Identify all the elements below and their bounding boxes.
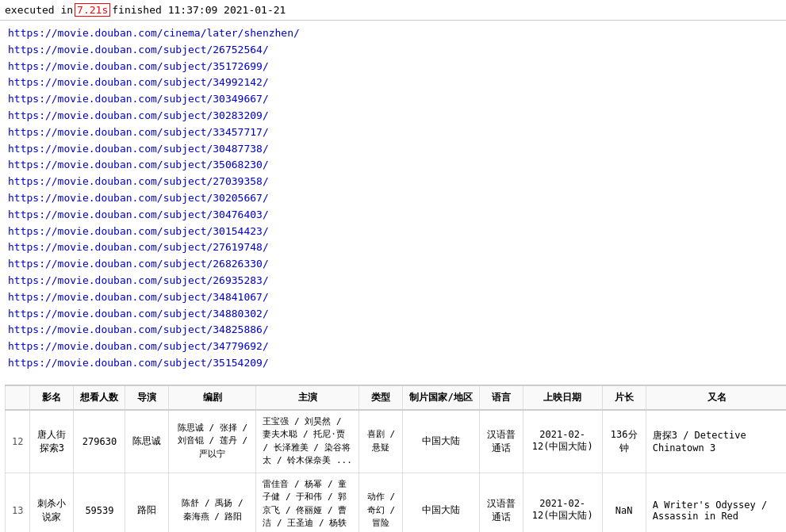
row-release: 2021-02-12(中国大陆): [523, 410, 602, 473]
executed-label: executed in: [5, 4, 73, 16]
row-country: 中国大陆: [403, 473, 479, 532]
time-value: 7.21s: [75, 3, 110, 17]
row-genre: 动作 / 奇幻 / 冒险: [359, 473, 403, 532]
link-item[interactable]: https://movie.douban.com/subject/3047640…: [8, 207, 778, 224]
row-country: 中国大陆: [403, 410, 479, 473]
table-row: 13刺杀小说家59539路阳陈舒 / 禹扬 / 秦海燕 / 路阳雷佳音 / 杨幂…: [6, 473, 787, 532]
row-release: 2021-02-12(中国大陆): [523, 473, 602, 532]
col-header-index: [6, 385, 30, 410]
table-header-row: 影名 想看人数 导演 编剧 主演 类型 制片国家/地区 语言 上映日期 片长 又…: [6, 385, 787, 410]
row-screenplay: 陈思诚 / 张择 / 刘音锟 / 莲丹 / 严以宁: [169, 410, 256, 473]
link-item[interactable]: https://movie.douban.com/subject/3482588…: [8, 322, 778, 339]
link-item[interactable]: https://movie.douban.com/subject/3506823…: [8, 157, 778, 174]
table-row: 12唐人街探索3279630陈思诚陈思诚 / 张择 / 刘音锟 / 莲丹 / 严…: [6, 410, 787, 473]
link-item[interactable]: https://movie.douban.com/subject/3488030…: [8, 306, 778, 323]
row-filmname: 刺杀小说家: [30, 473, 74, 532]
link-item[interactable]: https://movie.douban.com/subject/3028320…: [8, 108, 778, 124]
link-item[interactable]: https://movie.douban.com/cinema/later/sh…: [8, 25, 778, 42]
row-cast: 雷佳音 / 杨幂 / 童子健 / 于和伟 / 郭京飞 / 佟丽娅 / 曹洁 / …: [256, 473, 359, 532]
row-wantwatch: 59539: [74, 473, 125, 532]
links-area: https://movie.douban.com/cinema/later/sh…: [0, 21, 786, 377]
col-header-director: 导演: [125, 385, 169, 410]
col-header-length: 片长: [602, 385, 646, 410]
results-table: 影名 想看人数 导演 编剧 主演 类型 制片国家/地区 语言 上映日期 片长 又…: [5, 385, 786, 532]
row-altname: A Writer's Odyssey / Assassin in Red: [646, 473, 786, 532]
col-header-genre: 类型: [359, 385, 403, 410]
link-item[interactable]: https://movie.douban.com/subject/3048773…: [8, 141, 778, 158]
col-header-language: 语言: [479, 385, 523, 410]
row-director: 陈思诚: [125, 410, 169, 473]
finished-label: finished 11:37:09 2021-01-21: [112, 4, 286, 16]
row-director: 路阳: [125, 473, 169, 532]
link-item[interactable]: https://movie.douban.com/subject/3477969…: [8, 339, 778, 355]
link-item[interactable]: https://movie.douban.com/subject/2693528…: [8, 273, 778, 289]
row-index: 12: [6, 410, 30, 473]
row-language: 汉语普通话: [479, 410, 523, 473]
row-screenplay: 陈舒 / 禹扬 / 秦海燕 / 路阳: [169, 473, 256, 532]
col-header-country: 制片国家/地区: [403, 385, 479, 410]
link-item[interactable]: https://movie.douban.com/subject/2675256…: [8, 42, 778, 59]
link-item[interactable]: https://movie.douban.com/subject/2761974…: [8, 239, 778, 256]
col-header-altname: 又名: [646, 385, 786, 410]
link-item[interactable]: https://movie.douban.com/subject/3020566…: [8, 190, 778, 207]
link-item[interactable]: https://movie.douban.com/subject/3345771…: [8, 124, 778, 141]
link-item[interactable]: https://movie.douban.com/subject/3034966…: [8, 91, 778, 108]
row-length: 136分钟: [602, 410, 646, 473]
row-cast: 王宝强 / 刘昊然 / 妻夫木聪 / 托尼·贾 / 长泽雅美 / 染谷将太 / …: [256, 410, 359, 473]
link-item[interactable]: https://movie.douban.com/subject/3517269…: [8, 59, 778, 75]
col-header-cast: 主演: [256, 385, 359, 410]
link-item[interactable]: https://movie.douban.com/subject/3515420…: [8, 355, 778, 372]
col-header-wantwatch: 想看人数: [74, 385, 125, 410]
col-header-filmname: 影名: [30, 385, 74, 410]
table-section: 影名 想看人数 导演 编剧 主演 类型 制片国家/地区 语言 上映日期 片长 又…: [0, 377, 786, 532]
col-header-screenplay: 编剧: [169, 385, 256, 410]
link-item[interactable]: https://movie.douban.com/subject/3484106…: [8, 289, 778, 306]
row-altname: 唐探3 / Detective Chinatown 3: [646, 410, 786, 473]
link-item[interactable]: https://movie.douban.com/subject/2703935…: [8, 174, 778, 190]
row-filmname: 唐人街探索3: [30, 410, 74, 473]
link-item[interactable]: https://movie.douban.com/subject/2682633…: [8, 256, 778, 273]
col-header-release: 上映日期: [523, 385, 602, 410]
link-item[interactable]: https://movie.douban.com/subject/3499214…: [8, 75, 778, 91]
row-length: NaN: [602, 473, 646, 532]
row-wantwatch: 279630: [74, 410, 125, 473]
row-genre: 喜剧 / 悬疑: [359, 410, 403, 473]
table-body: 12唐人街探索3279630陈思诚陈思诚 / 张择 / 刘音锟 / 莲丹 / 严…: [6, 410, 787, 532]
link-item[interactable]: https://movie.douban.com/subject/3015442…: [8, 224, 778, 240]
row-language: 汉语普通话: [479, 473, 523, 532]
row-index: 13: [6, 473, 30, 532]
top-bar: executed in 7.21s finished 11:37:09 2021…: [0, 0, 786, 21]
